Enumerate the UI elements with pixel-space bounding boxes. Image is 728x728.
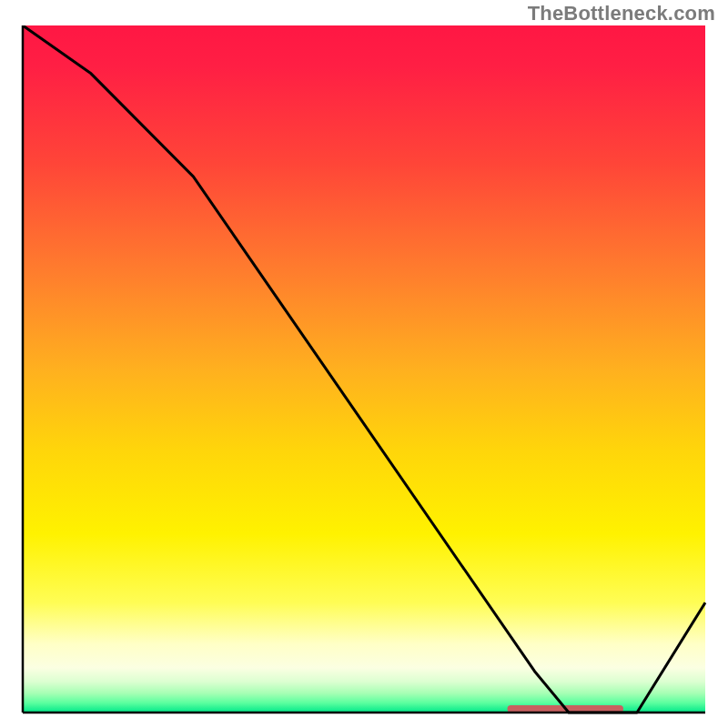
watermark-text: TheBottleneck.com	[528, 2, 715, 25]
gradient-background	[23, 25, 705, 713]
chart-stage: TheBottleneck.com	[0, 0, 728, 728]
chart-layers	[23, 25, 705, 713]
chart-plot	[18, 25, 710, 717]
chart-svg	[18, 25, 710, 717]
